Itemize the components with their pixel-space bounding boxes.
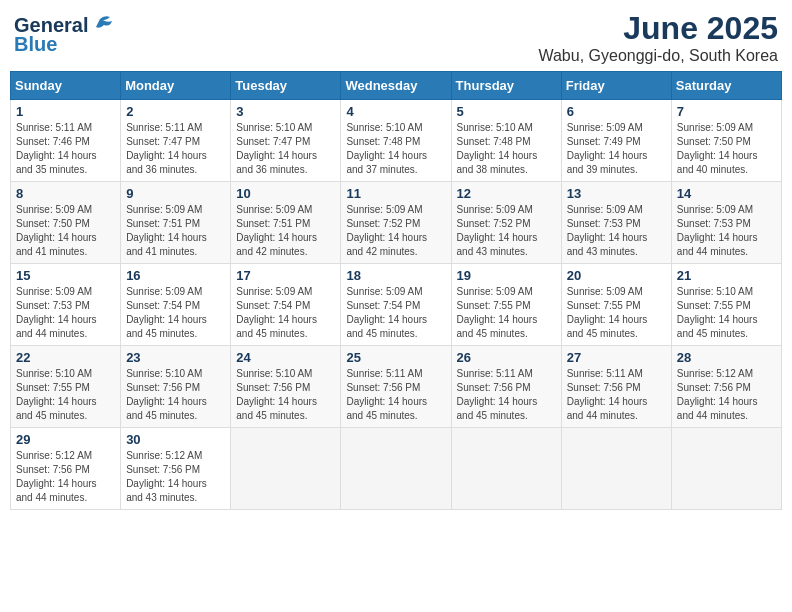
main-title: June 2025: [538, 10, 778, 47]
day-number: 19: [457, 268, 556, 283]
calendar-week-4: 22Sunrise: 5:10 AMSunset: 7:55 PMDayligh…: [11, 346, 782, 428]
col-tuesday: Tuesday: [231, 72, 341, 100]
day-number: 10: [236, 186, 335, 201]
day-info: Sunrise: 5:09 AMSunset: 7:53 PMDaylight:…: [16, 285, 115, 341]
day-info: Sunrise: 5:10 AMSunset: 7:48 PMDaylight:…: [457, 121, 556, 177]
day-number: 16: [126, 268, 225, 283]
header-row: Sunday Monday Tuesday Wednesday Thursday…: [11, 72, 782, 100]
calendar-cell: 6Sunrise: 5:09 AMSunset: 7:49 PMDaylight…: [561, 100, 671, 182]
header: General Blue June 2025 Wabu, Gyeonggi-do…: [10, 10, 782, 65]
calendar-cell: 1Sunrise: 5:11 AMSunset: 7:46 PMDaylight…: [11, 100, 121, 182]
logo-bird-icon: [90, 15, 112, 33]
calendar-cell: 20Sunrise: 5:09 AMSunset: 7:55 PMDayligh…: [561, 264, 671, 346]
day-info: Sunrise: 5:10 AMSunset: 7:47 PMDaylight:…: [236, 121, 335, 177]
day-number: 17: [236, 268, 335, 283]
day-info: Sunrise: 5:09 AMSunset: 7:53 PMDaylight:…: [677, 203, 776, 259]
day-number: 9: [126, 186, 225, 201]
day-info: Sunrise: 5:10 AMSunset: 7:56 PMDaylight:…: [236, 367, 335, 423]
calendar-cell: 9Sunrise: 5:09 AMSunset: 7:51 PMDaylight…: [121, 182, 231, 264]
day-info: Sunrise: 5:10 AMSunset: 7:55 PMDaylight:…: [677, 285, 776, 341]
day-info: Sunrise: 5:09 AMSunset: 7:51 PMDaylight:…: [236, 203, 335, 259]
calendar-cell: 21Sunrise: 5:10 AMSunset: 7:55 PMDayligh…: [671, 264, 781, 346]
day-number: 6: [567, 104, 666, 119]
day-info: Sunrise: 5:09 AMSunset: 7:52 PMDaylight:…: [457, 203, 556, 259]
day-info: Sunrise: 5:09 AMSunset: 7:54 PMDaylight:…: [126, 285, 225, 341]
calendar-week-5: 29Sunrise: 5:12 AMSunset: 7:56 PMDayligh…: [11, 428, 782, 510]
col-friday: Friday: [561, 72, 671, 100]
day-number: 26: [457, 350, 556, 365]
day-info: Sunrise: 5:09 AMSunset: 7:53 PMDaylight:…: [567, 203, 666, 259]
calendar-cell: 18Sunrise: 5:09 AMSunset: 7:54 PMDayligh…: [341, 264, 451, 346]
day-info: Sunrise: 5:09 AMSunset: 7:55 PMDaylight:…: [457, 285, 556, 341]
day-info: Sunrise: 5:09 AMSunset: 7:49 PMDaylight:…: [567, 121, 666, 177]
day-number: 23: [126, 350, 225, 365]
day-info: Sunrise: 5:11 AMSunset: 7:56 PMDaylight:…: [346, 367, 445, 423]
day-number: 1: [16, 104, 115, 119]
calendar-cell: 24Sunrise: 5:10 AMSunset: 7:56 PMDayligh…: [231, 346, 341, 428]
calendar-cell: 30Sunrise: 5:12 AMSunset: 7:56 PMDayligh…: [121, 428, 231, 510]
calendar-cell: 13Sunrise: 5:09 AMSunset: 7:53 PMDayligh…: [561, 182, 671, 264]
day-info: Sunrise: 5:12 AMSunset: 7:56 PMDaylight:…: [126, 449, 225, 505]
col-sunday: Sunday: [11, 72, 121, 100]
calendar-cell: 28Sunrise: 5:12 AMSunset: 7:56 PMDayligh…: [671, 346, 781, 428]
day-number: 5: [457, 104, 556, 119]
col-monday: Monday: [121, 72, 231, 100]
day-info: Sunrise: 5:11 AMSunset: 7:56 PMDaylight:…: [567, 367, 666, 423]
calendar-cell: [451, 428, 561, 510]
day-number: 4: [346, 104, 445, 119]
day-number: 2: [126, 104, 225, 119]
day-number: 24: [236, 350, 335, 365]
calendar-cell: [231, 428, 341, 510]
calendar-cell: 25Sunrise: 5:11 AMSunset: 7:56 PMDayligh…: [341, 346, 451, 428]
calendar-cell: [671, 428, 781, 510]
logo-blue-text: Blue: [14, 33, 57, 56]
day-number: 8: [16, 186, 115, 201]
col-saturday: Saturday: [671, 72, 781, 100]
calendar-week-1: 1Sunrise: 5:11 AMSunset: 7:46 PMDaylight…: [11, 100, 782, 182]
day-number: 14: [677, 186, 776, 201]
day-number: 27: [567, 350, 666, 365]
day-number: 3: [236, 104, 335, 119]
calendar-week-2: 8Sunrise: 5:09 AMSunset: 7:50 PMDaylight…: [11, 182, 782, 264]
day-number: 11: [346, 186, 445, 201]
calendar-cell: 19Sunrise: 5:09 AMSunset: 7:55 PMDayligh…: [451, 264, 561, 346]
day-info: Sunrise: 5:10 AMSunset: 7:55 PMDaylight:…: [16, 367, 115, 423]
col-wednesday: Wednesday: [341, 72, 451, 100]
calendar-cell: 5Sunrise: 5:10 AMSunset: 7:48 PMDaylight…: [451, 100, 561, 182]
calendar-cell: 17Sunrise: 5:09 AMSunset: 7:54 PMDayligh…: [231, 264, 341, 346]
calendar-cell: 2Sunrise: 5:11 AMSunset: 7:47 PMDaylight…: [121, 100, 231, 182]
day-info: Sunrise: 5:09 AMSunset: 7:50 PMDaylight:…: [16, 203, 115, 259]
day-info: Sunrise: 5:09 AMSunset: 7:54 PMDaylight:…: [346, 285, 445, 341]
day-number: 22: [16, 350, 115, 365]
day-info: Sunrise: 5:11 AMSunset: 7:47 PMDaylight:…: [126, 121, 225, 177]
calendar-table: Sunday Monday Tuesday Wednesday Thursday…: [10, 71, 782, 510]
day-number: 30: [126, 432, 225, 447]
calendar-cell: 14Sunrise: 5:09 AMSunset: 7:53 PMDayligh…: [671, 182, 781, 264]
subtitle: Wabu, Gyeonggi-do, South Korea: [538, 47, 778, 65]
day-number: 18: [346, 268, 445, 283]
day-number: 15: [16, 268, 115, 283]
calendar-cell: [561, 428, 671, 510]
day-number: 21: [677, 268, 776, 283]
calendar-cell: 10Sunrise: 5:09 AMSunset: 7:51 PMDayligh…: [231, 182, 341, 264]
day-info: Sunrise: 5:12 AMSunset: 7:56 PMDaylight:…: [677, 367, 776, 423]
title-area: June 2025 Wabu, Gyeonggi-do, South Korea: [538, 10, 778, 65]
calendar-cell: 4Sunrise: 5:10 AMSunset: 7:48 PMDaylight…: [341, 100, 451, 182]
day-number: 25: [346, 350, 445, 365]
calendar-cell: 26Sunrise: 5:11 AMSunset: 7:56 PMDayligh…: [451, 346, 561, 428]
day-number: 7: [677, 104, 776, 119]
day-info: Sunrise: 5:11 AMSunset: 7:56 PMDaylight:…: [457, 367, 556, 423]
day-number: 28: [677, 350, 776, 365]
calendar-cell: [341, 428, 451, 510]
day-info: Sunrise: 5:09 AMSunset: 7:51 PMDaylight:…: [126, 203, 225, 259]
col-thursday: Thursday: [451, 72, 561, 100]
calendar-cell: 8Sunrise: 5:09 AMSunset: 7:50 PMDaylight…: [11, 182, 121, 264]
day-info: Sunrise: 5:09 AMSunset: 7:50 PMDaylight:…: [677, 121, 776, 177]
day-number: 12: [457, 186, 556, 201]
day-number: 29: [16, 432, 115, 447]
day-info: Sunrise: 5:09 AMSunset: 7:55 PMDaylight:…: [567, 285, 666, 341]
day-info: Sunrise: 5:09 AMSunset: 7:52 PMDaylight:…: [346, 203, 445, 259]
day-number: 13: [567, 186, 666, 201]
day-info: Sunrise: 5:09 AMSunset: 7:54 PMDaylight:…: [236, 285, 335, 341]
day-info: Sunrise: 5:12 AMSunset: 7:56 PMDaylight:…: [16, 449, 115, 505]
